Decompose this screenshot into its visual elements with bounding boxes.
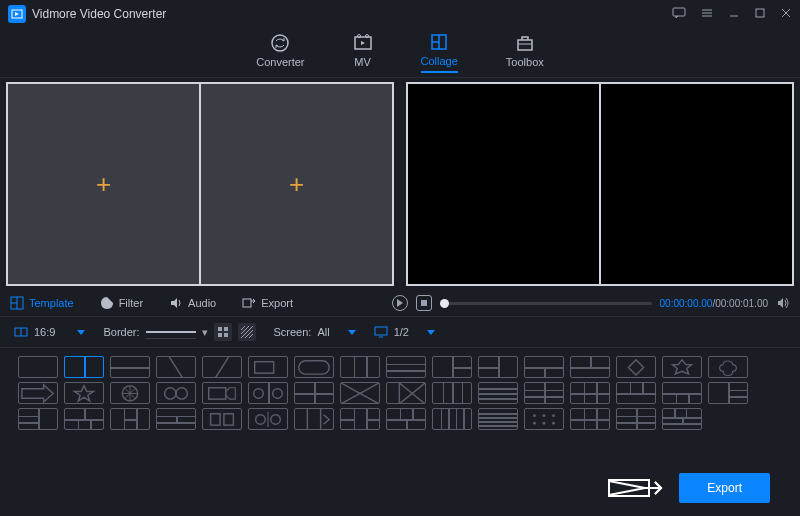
template-item[interactable]	[202, 382, 242, 404]
template-item[interactable]	[708, 382, 748, 404]
template-item[interactable]	[386, 382, 426, 404]
template-item[interactable]	[18, 382, 58, 404]
template-item[interactable]	[110, 382, 150, 404]
menu-icon[interactable]	[700, 7, 714, 22]
screen-value: All	[317, 326, 329, 338]
svg-line-33	[249, 334, 253, 338]
template-item[interactable]	[64, 408, 104, 430]
template-item[interactable]	[340, 408, 380, 430]
tab-mv[interactable]: MV	[353, 33, 373, 72]
minimize-icon[interactable]	[728, 7, 740, 22]
template-item[interactable]	[478, 408, 518, 430]
template-item[interactable]	[432, 382, 472, 404]
template-item[interactable]	[202, 408, 242, 430]
toolbox-icon	[515, 33, 535, 53]
maximize-icon[interactable]	[754, 7, 766, 22]
stop-button[interactable]	[416, 295, 432, 311]
template-item[interactable]	[64, 356, 104, 378]
svg-rect-25	[218, 327, 222, 331]
edit-cell-1[interactable]: +	[7, 83, 200, 285]
time-display: 00:00:00.00/00:00:01.00	[660, 298, 768, 309]
template-item[interactable]	[248, 382, 288, 404]
export-button[interactable]: Export	[679, 473, 770, 503]
template-item[interactable]	[432, 356, 472, 378]
svg-marker-42	[74, 386, 93, 401]
filter-icon	[100, 296, 114, 310]
template-item[interactable]	[708, 356, 748, 378]
tab-collage[interactable]: Collage	[421, 32, 458, 73]
app-title: Vidmore Video Converter	[32, 7, 166, 21]
template-item[interactable]	[386, 408, 426, 430]
template-item[interactable]	[202, 356, 242, 378]
tab-toolbox[interactable]: Toolbox	[506, 33, 544, 72]
chevron-down-icon	[348, 330, 356, 335]
subtab-template[interactable]: Template	[10, 296, 74, 310]
subtab-audio[interactable]: Audio	[169, 296, 216, 310]
template-item[interactable]	[18, 356, 58, 378]
subtab-filter[interactable]: Filter	[100, 296, 143, 310]
arrow-annotation-icon	[607, 478, 663, 498]
template-item[interactable]	[478, 356, 518, 378]
close-icon[interactable]	[780, 7, 792, 22]
template-item[interactable]	[570, 356, 610, 378]
template-item[interactable]	[18, 408, 58, 430]
subtab-label: Export	[261, 297, 293, 309]
footer: Export	[0, 460, 800, 516]
template-item[interactable]	[570, 382, 610, 404]
subtab-label: Template	[29, 297, 74, 309]
template-item[interactable]	[662, 408, 702, 430]
template-item[interactable]	[340, 382, 380, 404]
template-item[interactable]	[156, 356, 196, 378]
template-item[interactable]	[616, 382, 656, 404]
template-item[interactable]	[156, 408, 196, 430]
page-value: 1/2	[394, 326, 409, 338]
svg-line-30	[241, 326, 249, 334]
seek-bar[interactable]	[440, 302, 652, 305]
template-item[interactable]	[294, 356, 334, 378]
edit-area: + +	[6, 82, 394, 286]
play-button[interactable]	[392, 295, 408, 311]
template-item[interactable]	[432, 408, 472, 430]
template-item[interactable]	[294, 382, 334, 404]
template-item[interactable]	[110, 408, 150, 430]
template-item[interactable]	[524, 408, 564, 430]
template-item[interactable]	[248, 408, 288, 430]
chevron-down-icon	[77, 330, 85, 335]
border-color-button[interactable]	[214, 323, 232, 341]
svg-point-47	[254, 389, 263, 398]
chevron-down-icon	[427, 330, 435, 335]
template-item[interactable]	[64, 382, 104, 404]
template-item[interactable]	[524, 356, 564, 378]
template-item[interactable]	[386, 356, 426, 378]
edit-cell-2[interactable]: +	[200, 83, 393, 285]
duration: 00:00:01.00	[715, 298, 768, 309]
template-item[interactable]	[478, 382, 518, 404]
feedback-icon[interactable]	[672, 7, 686, 22]
screen-dropdown[interactable]: Screen: All	[274, 326, 356, 338]
template-item[interactable]	[156, 382, 196, 404]
template-icon	[10, 296, 24, 310]
collage-icon	[429, 32, 449, 52]
template-item[interactable]	[616, 408, 656, 430]
template-item[interactable]	[294, 408, 334, 430]
template-item[interactable]	[524, 382, 564, 404]
template-item[interactable]	[616, 356, 656, 378]
page-dropdown[interactable]: 1/2	[374, 326, 435, 338]
seek-handle[interactable]	[440, 299, 449, 308]
subtab-export[interactable]: Export	[242, 296, 293, 310]
border-style-dropdown[interactable]	[146, 325, 196, 339]
template-item[interactable]	[570, 408, 610, 430]
border-hatch-button[interactable]	[238, 323, 256, 341]
svg-point-63	[552, 414, 555, 417]
svg-point-65	[543, 422, 546, 425]
template-item[interactable]	[340, 356, 380, 378]
svg-rect-26	[224, 327, 228, 331]
svg-line-37	[215, 357, 228, 378]
tab-converter[interactable]: Converter	[256, 33, 304, 72]
template-item[interactable]	[662, 356, 702, 378]
template-item[interactable]	[662, 382, 702, 404]
template-item[interactable]	[110, 356, 150, 378]
volume-icon[interactable]	[776, 296, 790, 310]
template-item[interactable]	[248, 356, 288, 378]
ratio-dropdown[interactable]: 16:9	[14, 325, 85, 339]
